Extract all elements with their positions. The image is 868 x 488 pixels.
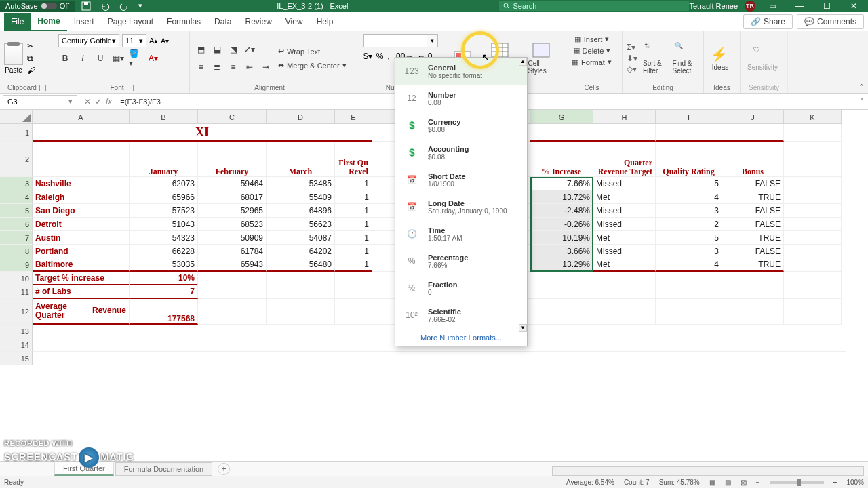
quality-rating-cell[interactable]: 5 [656, 177, 722, 190]
copy-icon[interactable]: ⧉ [27, 54, 38, 63]
row-header-3[interactable]: 3 [0, 177, 33, 190]
row-header-12[interactable]: 12 [0, 299, 33, 325]
undo-icon[interactable] [100, 1, 110, 11]
city-cell[interactable]: Detroit [33, 218, 130, 231]
more-number-formats-link[interactable]: More Number Formats... [395, 329, 527, 346]
row-header-11[interactable]: 11 [0, 285, 33, 299]
data-cell[interactable]: 1 [335, 258, 372, 272]
align-bottom-icon[interactable]: ⬔ [226, 43, 240, 56]
number-format-option-long-date[interactable]: 📅 Long DateSaturday, January 0, 1900 [395, 193, 527, 220]
enter-formula-icon[interactable]: ✓ [95, 97, 102, 106]
pct-increase-cell[interactable]: -2.48% [530, 204, 593, 218]
merged-title-cell[interactable]: XI [33, 124, 372, 142]
row-header-8[interactable]: 8 [0, 245, 33, 258]
bonus-cell[interactable]: FALSE [722, 204, 784, 218]
data-cell[interactable]: 1 [335, 177, 372, 190]
clear-icon[interactable]: ◇▾ [627, 64, 637, 74]
user-avatar[interactable]: TR [745, 1, 755, 12]
header-january[interactable]: January [130, 142, 198, 177]
cancel-formula-icon[interactable]: ✕ [84, 97, 91, 106]
header-pct-increase[interactable]: % Increase [530, 142, 593, 177]
header-quarter-target[interactable]: Quarter Revenue Target [593, 142, 656, 177]
target-status-cell[interactable]: Missed [593, 245, 656, 258]
border-button[interactable]: ▦▾ [111, 52, 125, 65]
format-painter-icon[interactable]: 🖌 [27, 66, 38, 75]
delete-cells-button[interactable]: ▦ Delete ▾ [570, 45, 614, 56]
data-cell[interactable]: 51043 [130, 218, 198, 231]
tab-home[interactable]: Home [31, 12, 66, 31]
redo-icon[interactable] [119, 1, 129, 11]
row-header-7[interactable]: 7 [0, 231, 33, 245]
number-format-option-scientific[interactable]: 10² Scientific7.66E-02 [395, 302, 527, 329]
quality-rating-cell[interactable]: 5 [656, 231, 722, 245]
italic-button[interactable]: I [76, 52, 90, 65]
name-box[interactable]: G3▾ [3, 95, 77, 108]
pct-increase-cell[interactable]: 3.66% [530, 245, 593, 258]
avg-qtr-value[interactable]: 177568 [130, 299, 198, 325]
number-format-option-accounting[interactable]: 💲 Accounting$0.08 [395, 139, 527, 166]
city-cell[interactable]: Baltimore [33, 258, 130, 272]
data-cell[interactable]: 1 [335, 218, 372, 231]
col-header-g[interactable]: G [530, 110, 593, 124]
target-pct-value[interactable]: 10% [130, 272, 198, 285]
quality-rating-cell[interactable]: 3 [656, 245, 722, 258]
number-format-option-number[interactable]: 12 Number0.08 [395, 85, 527, 112]
header-first-quarter[interactable]: First QuRevel [335, 142, 372, 177]
tab-data[interactable]: Data [208, 13, 238, 30]
city-cell[interactable]: Austin [33, 231, 130, 245]
row-header-10[interactable]: 10 [0, 272, 33, 285]
target-status-cell[interactable]: Met [593, 190, 656, 204]
close-icon[interactable]: ✕ [844, 1, 864, 11]
zoom-out-icon[interactable]: − [756, 479, 760, 486]
bold-button[interactable]: B [58, 52, 72, 65]
city-cell[interactable]: Raleigh [33, 190, 130, 204]
city-cell[interactable]: Nashville [33, 177, 130, 190]
target-status-cell[interactable]: Met [593, 231, 656, 245]
bonus-cell[interactable]: TRUE [722, 258, 784, 272]
increase-font-icon[interactable]: A▴ [149, 37, 158, 45]
data-cell[interactable]: 55409 [267, 190, 335, 204]
accounting-format-icon[interactable]: $▾ [363, 52, 372, 61]
row-header-14[interactable]: 14 [0, 338, 33, 352]
row-header-5[interactable]: 5 [0, 204, 33, 218]
number-format-select[interactable]: ▾ [363, 34, 438, 47]
target-status-cell[interactable]: Missed [593, 204, 656, 218]
bonus-cell[interactable]: FALSE [722, 177, 784, 190]
fill-icon[interactable]: ⬇▾ [627, 54, 637, 63]
tab-file[interactable]: File [4, 13, 31, 30]
row-header-1[interactable]: 1 [0, 124, 33, 142]
number-format-option-percentage[interactable]: % Percentage7.66% [395, 247, 527, 274]
autosave-switch[interactable] [41, 3, 57, 9]
header-march[interactable]: March [267, 142, 335, 177]
share-button[interactable]: 🔗 Share [743, 14, 793, 29]
row-header-2[interactable]: 2 [0, 142, 33, 177]
target-status-cell[interactable]: Met [593, 258, 656, 272]
number-format-dropdown-icon[interactable]: ▾ [427, 35, 437, 47]
header-february[interactable]: February [198, 142, 267, 177]
row-header-13[interactable]: 13 [0, 325, 33, 338]
number-format-option-general[interactable]: 1̇23 GeneralNo specific format [395, 58, 527, 85]
maximize-icon[interactable]: ☐ [816, 1, 837, 11]
tab-formulas[interactable]: Formulas [160, 13, 208, 30]
pct-increase-cell[interactable]: 13.72% [530, 190, 593, 204]
row-header-6[interactable]: 6 [0, 218, 33, 231]
quality-rating-cell[interactable]: 3 [656, 204, 722, 218]
view-page-layout-icon[interactable]: ▤ [725, 479, 731, 486]
save-icon[interactable] [81, 1, 91, 11]
autosave-toggle[interactable]: AutoSave Off [0, 1, 75, 12]
data-cell[interactable]: 1 [335, 245, 372, 258]
find-select-button[interactable]: 🔍Find & Select [670, 41, 700, 76]
tab-view[interactable]: View [279, 13, 310, 30]
col-header-k[interactable]: K [784, 110, 842, 124]
data-cell[interactable]: 54087 [267, 231, 335, 245]
fx-icon[interactable]: fx [106, 97, 112, 106]
data-cell[interactable]: 57523 [130, 204, 198, 218]
header-quality-rating[interactable]: Quality Rating [656, 142, 722, 177]
tab-help[interactable]: Help [310, 13, 340, 30]
view-page-break-icon[interactable]: ▧ [741, 479, 747, 486]
data-cell[interactable]: 62073 [130, 177, 198, 190]
sort-filter-button[interactable]: ⇅Sort & Filter [640, 41, 667, 76]
target-pct-label[interactable]: Target % increase [33, 272, 130, 285]
cell-styles-button[interactable]: Cell Styles [525, 41, 557, 76]
dropdown-scroll-down-icon[interactable]: ▼ [519, 324, 527, 332]
